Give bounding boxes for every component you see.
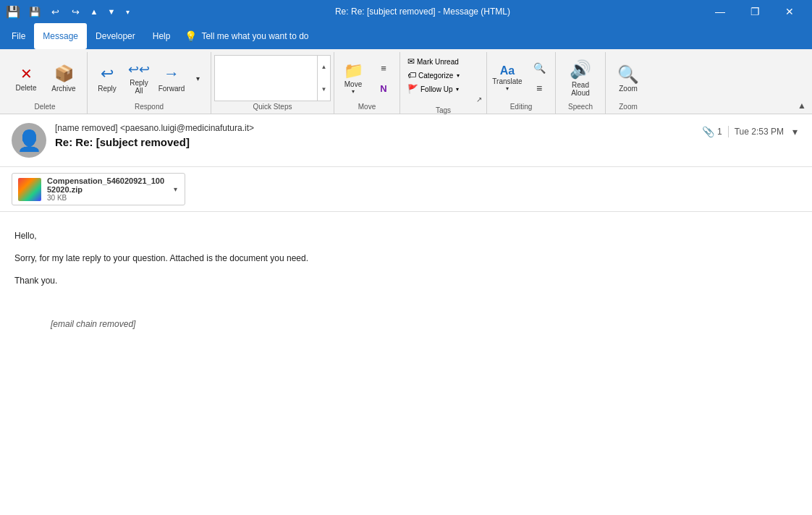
zoom-button[interactable]: 🔍 Zoom (610, 56, 646, 100)
ribbon-group-move: 📁 Move ▾ ≡ N Move (334, 52, 400, 114)
move-label: Move (344, 80, 362, 88)
move-group-label: Move (337, 101, 397, 114)
email-sender: [name removed] <paesano.luigi@medicinafu… (55, 123, 702, 133)
translate-button[interactable]: Aa Translate ▾ (490, 56, 525, 100)
email-header: 👤 [name removed] <paesano.luigi@medicina… (0, 114, 812, 167)
undo-btn[interactable]: ↩ (46, 0, 64, 23)
categorize-button[interactable]: 🏷 Categorize ▾ (405, 69, 462, 82)
attachment-area: Compensation_546020921_10052020.zip 30 K… (0, 167, 812, 212)
translate-label: Translate (492, 77, 522, 85)
follow-up-label: Follow Up (420, 85, 452, 93)
delete-group-label: Delete (9, 101, 81, 114)
read-aloud-label: Read Aloud (564, 81, 596, 97)
menu-help[interactable]: Help (144, 23, 179, 49)
email-greeting: Hello, (14, 229, 798, 243)
email-subject: Re: Re: [subject removed] (55, 136, 702, 148)
menu-search-area: 💡 Tell me what you want to do (185, 23, 308, 49)
ribbon-group-quicksteps: ▲ ▼ Quick Steps (211, 52, 334, 114)
qs-up-arrow[interactable]: ▲ (318, 56, 330, 78)
reply-all-button[interactable]: ↩↩ Reply All (124, 56, 154, 100)
restore-btn[interactable]: ❐ (738, 0, 771, 23)
delete-button[interactable]: ✕ Delete (9, 56, 43, 100)
ribbon-group-respond: ↩ Reply ↩↩ Reply All → Forward ▾ Respond (88, 52, 211, 114)
quick-steps-scroll: ▲ ▼ (317, 56, 330, 101)
down-btn[interactable]: ▼ (104, 0, 119, 23)
reply-icon: ↩ (101, 64, 114, 83)
rules-icon: ≡ (381, 63, 386, 74)
mark-unread-button[interactable]: ✉ Mark Unread (405, 55, 462, 68)
editing-group-label: Editing (490, 101, 552, 114)
expand-email-button[interactable]: ▾ (790, 123, 800, 140)
reply-button[interactable]: ↩ Reply (92, 56, 122, 100)
avatar-icon: 👤 (17, 129, 42, 153)
attachment-number: 1 (717, 127, 722, 137)
search-placeholder-text[interactable]: Tell me what you want to do (201, 31, 308, 41)
menu-message[interactable]: Message (34, 23, 87, 49)
delete-icon: ✕ (20, 65, 33, 82)
menu-file[interactable]: File (3, 23, 34, 49)
quicksteps-group-label: Quick Steps (214, 101, 331, 114)
categorize-dropdown: ▾ (457, 72, 460, 79)
zoom-group-label: Zoom (610, 101, 646, 114)
menu-developer[interactable]: Developer (87, 23, 144, 49)
search-translate-button[interactable]: 🔍 (526, 59, 552, 77)
email-time: Tue 2:53 PM (735, 127, 784, 137)
save-btn[interactable]: 💾 (26, 0, 43, 23)
move-icon: 📁 (344, 61, 363, 80)
attachment-file-icon (18, 178, 41, 201)
attachment-item[interactable]: Compensation_546020921_10052020.zip 30 K… (12, 173, 185, 205)
respond-more-button[interactable]: ▾ (189, 56, 206, 100)
rules-button[interactable]: ≡ (371, 59, 397, 77)
onenote-icon: N (380, 83, 386, 94)
forward-button[interactable]: → Forward (156, 56, 187, 100)
attachment-size: 30 KB (47, 194, 166, 202)
forward-icon: → (164, 64, 179, 83)
speech-group-label: Speech (560, 101, 601, 114)
tags-expand-icon[interactable]: ↗ (476, 95, 482, 103)
read-aloud-button[interactable]: 🔊 Read Aloud (560, 56, 601, 100)
email-line2: Thank you. (14, 274, 798, 288)
ribbon-group-tags: ✉ Mark Unread 🏷 Categorize ▾ 🚩 Follow Up… (400, 52, 487, 114)
onenote-button[interactable]: N (371, 79, 397, 98)
translate-dropdown: ▾ (506, 85, 509, 92)
reply-all-icon: ↩↩ (128, 61, 150, 77)
editing-more-button[interactable]: ≡ (526, 79, 552, 98)
close-btn[interactable]: ✕ (773, 0, 806, 23)
menu-bar: File Message Developer Help 💡 Tell me wh… (0, 23, 812, 49)
email-chain: [email chain removed] (51, 319, 135, 329)
redo-btn[interactable]: ↪ (67, 0, 84, 23)
up-btn[interactable]: ▲ (87, 0, 101, 23)
ribbon-collapse-btn[interactable]: ▲ (798, 101, 806, 111)
reply-all-label: Reply All (128, 79, 150, 95)
follow-up-button[interactable]: 🚩 Follow Up ▾ (405, 82, 462, 95)
ribbon: ✕ Delete 📦 Archive Delete ↩ Reply ↩↩ Rep… (0, 49, 812, 114)
quick-access-more[interactable]: ▾ (122, 0, 133, 23)
attachment-dropdown-icon[interactable]: ▾ (172, 184, 179, 195)
respond-more-icon: ▾ (196, 75, 200, 82)
ribbon-group-delete: ✕ Delete 📦 Archive Delete (3, 52, 88, 114)
avatar: 👤 (12, 123, 46, 158)
search-translate-icon: 🔍 (533, 62, 546, 74)
zoom-label: Zoom (619, 85, 638, 93)
quick-steps-box[interactable]: ▲ ▼ (214, 55, 331, 101)
mark-unread-icon: ✉ (407, 56, 415, 67)
categorize-label: Categorize (418, 72, 453, 80)
app-icon: 💾 (6, 4, 20, 19)
archive-icon: 📦 (54, 64, 74, 83)
editing-more-icon: ≡ (536, 82, 542, 94)
read-aloud-icon: 🔊 (570, 59, 591, 80)
ribbon-group-speech: 🔊 Read Aloud Speech (556, 52, 606, 114)
move-button[interactable]: 📁 Move ▾ (337, 56, 369, 100)
minimize-btn[interactable]: — (703, 0, 737, 23)
delete-label: Delete (16, 84, 37, 92)
email-line1: Sorry, for my late reply to your questio… (14, 252, 798, 265)
archive-button[interactable]: 📦 Archive (46, 56, 81, 100)
title-bar: 💾 💾 ↩ ↪ ▲ ▼ ▾ Re: Re: [subject removed] … (0, 0, 812, 23)
paperclip-icon: 📎 (702, 126, 714, 137)
ribbon-group-editing: Aa Translate ▾ 🔍 ≡ Editing (487, 52, 556, 114)
qs-down-arrow[interactable]: ▼ (318, 78, 330, 101)
move-dropdown-icon: ▾ (352, 88, 355, 95)
follow-up-icon: 🚩 (407, 84, 418, 94)
lightbulb-icon: 💡 (185, 30, 197, 42)
email-body: Hello, Sorry, for my late reply to your … (0, 212, 812, 349)
